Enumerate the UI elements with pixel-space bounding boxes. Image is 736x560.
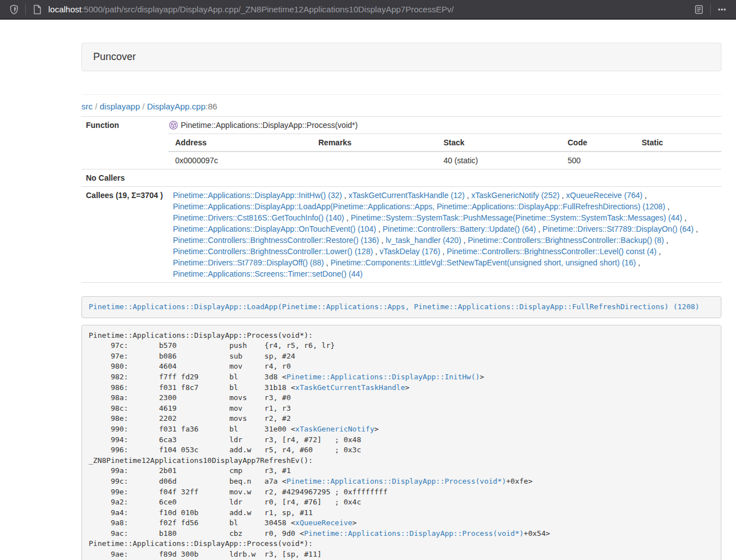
callers-row: No Callers (81, 169, 721, 187)
callee-separator: , (373, 247, 380, 256)
stats-header-row: AddressRemarksStackCodeStatic (168, 134, 721, 152)
menu-ellipsis-icon[interactable] (716, 3, 728, 16)
page-content: Puncover src / displayapp / DisplayApp.c… (81, 43, 721, 560)
static-value (637, 152, 721, 169)
callee-link[interactable]: lv_task_handler (420) (386, 236, 461, 245)
function-name: Pinetime::Applications::DisplayApp::Proc… (181, 120, 358, 131)
callee-separator: , (536, 224, 543, 233)
page-icon[interactable] (31, 3, 43, 16)
column-header: Stack (439, 134, 563, 152)
breadcrumb: src / displayapp / DisplayApp.cpp:86 (81, 101, 721, 112)
callees-label: Callees (19, Σ=3704 ) (81, 187, 168, 283)
column-header: Static (637, 134, 721, 152)
disasm-symbol-link[interactable]: xTaskGetCurrentTaskHandle (295, 383, 405, 392)
disasm-symbol-link[interactable]: xQueueReceive (295, 518, 353, 527)
callee-separator: , (642, 191, 647, 200)
url-host: localhost (48, 4, 81, 14)
browser-toolbar: localhost:5000/path/src/displayapp/Displ… (0, 0, 736, 20)
disasm-symbol-link[interactable]: xTaskGenericNotify (295, 425, 374, 433)
shield-icon[interactable] (8, 3, 20, 16)
toolbar-separator (25, 4, 26, 15)
disasm-symbol-link[interactable]: Pinetime::Applications::DisplayApp::Proc… (286, 477, 506, 485)
disasm-symbol-link[interactable]: Pinetime::Applications::DisplayApp::Init… (286, 373, 479, 381)
callee-separator: , (379, 236, 386, 245)
column-header: Code (563, 134, 637, 152)
callee-link[interactable]: Pinetime::Controllers::BrightnessControl… (173, 247, 373, 256)
callee-link[interactable]: Pinetime::Drivers::St7789::DisplayOn() (… (542, 224, 693, 233)
breadcrumb-link[interactable]: src (81, 102, 93, 111)
function-stats-table: AddressRemarksStackCodeStatic 0x0000097c… (168, 134, 721, 169)
url-field[interactable]: localhost:5000/path/src/displayapp/Displ… (48, 4, 693, 14)
column-header: Remarks (314, 134, 439, 152)
callee-separator: , (376, 224, 383, 233)
selected-callee-link[interactable]: Pinetime::Applications::DisplayApp::Load… (89, 302, 700, 311)
callee-link[interactable]: Pinetime::Applications::DisplayApp::Load… (173, 202, 665, 211)
app-header-panel: Puncover (81, 43, 721, 71)
callee-link[interactable]: Pinetime::Applications::DisplayApp::Init… (173, 191, 342, 200)
callee-link[interactable]: Pinetime::Components::LittleVgl::SetNewT… (331, 258, 636, 267)
callee-separator: , (440, 247, 447, 256)
callee-separator: , (344, 213, 351, 222)
toolbar-separator (710, 4, 711, 15)
callee-link[interactable]: Pinetime::Controllers::Battery::Update()… (383, 224, 536, 233)
callee-link[interactable]: Pinetime::Controllers::BrightnessControl… (468, 236, 664, 245)
breadcrumb-separator: / (93, 102, 100, 111)
callee-link[interactable]: Pinetime::Applications::Screens::Timer::… (173, 269, 363, 278)
callees-cell: Pinetime::Applications::DisplayApp::Init… (168, 187, 721, 283)
callee-separator: , (694, 224, 698, 233)
disasm-symbol-link[interactable]: Pinetime::Applications::DisplayApp::Proc… (304, 529, 524, 538)
breadcrumb-separator: / (140, 102, 147, 111)
callee-separator: , (656, 247, 661, 256)
function-name-row: Pinetime::Applications::DisplayApp::Proc… (168, 117, 721, 134)
function-label: Function (81, 117, 168, 169)
callee-link[interactable]: Pinetime::Controllers::BrightnessControl… (447, 247, 656, 256)
code-size-value: 500 (563, 152, 637, 169)
reader-mode-icon[interactable] (693, 3, 705, 16)
no-callers-label: No Callers (81, 169, 168, 187)
callee-link[interactable]: xTaskGenericNotify (252) (471, 191, 559, 200)
callee-separator: , (636, 258, 641, 267)
breadcrumb-link[interactable]: DisplayApp.cpp (147, 102, 205, 111)
callees-row: Callees (19, Σ=3704 ) Pinetime::Applicat… (81, 187, 721, 283)
stack-value: 40 (static) (439, 152, 563, 169)
callers-cell (168, 169, 721, 187)
callee-link[interactable]: Pinetime::Drivers::Cst816S::GetTouchInfo… (173, 213, 344, 222)
callee-separator: , (461, 236, 468, 245)
disassembly-block: Pinetime::Applications::DisplayApp::Proc… (81, 325, 721, 560)
callee-link[interactable]: Pinetime::Drivers::St7789::DisplayOff() … (173, 258, 324, 267)
remarks-value (314, 152, 439, 169)
callee-separator: , (342, 191, 349, 200)
callee-link[interactable]: vTaskDelay (176) (380, 247, 440, 256)
breadcrumb-link[interactable]: displayapp (100, 102, 140, 111)
callee-link[interactable]: Pinetime::System::SystemTask::PushMessag… (351, 213, 683, 222)
callee-separator: , (682, 213, 687, 222)
breadcrumb-line-number: :86 (205, 102, 217, 111)
callee-link[interactable]: xTaskGetCurrentTaskHandle (12) (349, 191, 465, 200)
url-path: :5000/path/src/displayapp/DisplayApp.cpp… (81, 4, 454, 14)
selected-callee-box: Pinetime::Applications::DisplayApp::Load… (81, 296, 721, 318)
callee-link[interactable]: Pinetime::Applications::DisplayApp::OnTo… (173, 224, 376, 233)
callee-link[interactable]: xQueueReceive (764) (566, 191, 642, 200)
callee-link[interactable]: Pinetime::Controllers::BrightnessControl… (173, 236, 379, 245)
address-value: 0x0000097c (168, 152, 314, 169)
callee-separator: , (560, 191, 566, 200)
page-title: Puncover (93, 51, 136, 63)
callee-separator: , (664, 236, 669, 245)
callee-separator: , (665, 202, 670, 211)
column-header: Address (168, 134, 314, 152)
callee-separator: , (465, 191, 472, 200)
symbol-method-icon (169, 121, 178, 130)
divider (81, 94, 721, 95)
function-detail-table: Function Pinetime::Applications::Display… (81, 116, 721, 283)
stats-data-row: 0x0000097c 40 (static) 500 (168, 152, 721, 169)
callee-separator: , (324, 258, 331, 267)
function-row: Function Pinetime::Applications::Display… (81, 117, 721, 169)
